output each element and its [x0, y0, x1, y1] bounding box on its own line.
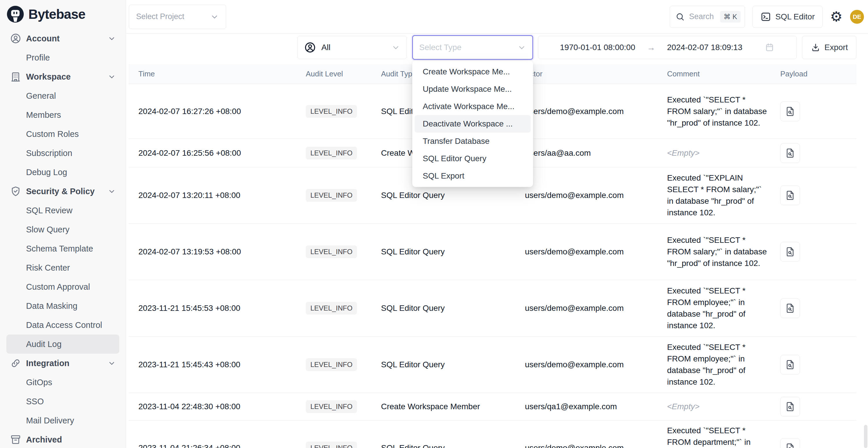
sidebar-item-integration[interactable]: Integration — [0, 354, 126, 373]
cell-comment: Executed `"SELECT * FROM salary;"` in da… — [657, 234, 769, 269]
actor-filter-value: All — [321, 43, 386, 52]
cell-level: LEVEL_INFO — [296, 358, 371, 371]
table-row: 2023-11-04 21:26:34 +08:00 LEVEL_INFO SQ… — [129, 420, 857, 448]
view-payload-button[interactable] — [780, 355, 800, 375]
search-icon — [675, 12, 685, 22]
file-search-icon — [785, 359, 796, 370]
bytebase-logo-icon — [6, 5, 24, 23]
gear-icon[interactable]: ⚙ — [830, 10, 842, 24]
cell-time: 2023-11-21 15:45:43 +08:00 — [129, 360, 296, 369]
scrollbar-thumb[interactable] — [864, 425, 867, 448]
menu-item-label: SQL Export — [423, 171, 464, 181]
cell-time: 2024-02-07 13:19:53 +08:00 — [129, 247, 296, 256]
view-payload-button[interactable] — [780, 242, 800, 262]
file-search-icon — [785, 303, 796, 314]
chevron-down-icon — [210, 12, 219, 21]
view-payload-button[interactable] — [780, 102, 800, 121]
cell-payload — [770, 397, 857, 416]
chevron-down-icon — [392, 43, 400, 52]
avatar[interactable]: DE — [850, 10, 864, 24]
actor-filter-select[interactable]: All — [297, 36, 407, 59]
level-badge: LEVEL_INFO — [306, 189, 357, 202]
menu-item-activate-workspace-member[interactable]: Activate Workspace Me... — [414, 98, 531, 115]
sidebar-item-general[interactable]: General — [0, 86, 126, 105]
sidebar-item-data-access-control[interactable]: Data Access Control — [0, 315, 126, 334]
bytebase-logo[interactable]: Bytebase — [0, 0, 126, 27]
sidebar-item-account[interactable]: Account — [0, 29, 126, 48]
cell-type: SQL Editor Query — [371, 247, 515, 256]
type-filter-select[interactable]: Select Type — [412, 35, 533, 60]
sidebar-item-slow-query[interactable]: Slow Query — [0, 220, 126, 239]
cell-payload — [770, 438, 857, 448]
search-input[interactable]: Search ⌘ K — [670, 6, 745, 28]
chevron-down-icon — [517, 43, 526, 52]
sidebar-item-security-policy[interactable]: Security & Policy — [0, 182, 126, 201]
cell-time: 2024-02-07 16:25:56 +08:00 — [129, 149, 296, 158]
sidebar-item-subscription[interactable]: Subscription — [0, 143, 126, 163]
view-payload-button[interactable] — [780, 298, 800, 318]
cell-level: LEVEL_INFO — [296, 147, 371, 159]
download-icon — [811, 42, 820, 53]
menu-item-sql-editor-query[interactable]: SQL Editor Query — [414, 150, 531, 167]
sidebar-item-label: Workspace — [26, 72, 71, 82]
chevron-down-icon — [108, 359, 116, 367]
file-search-icon — [785, 106, 796, 117]
cell-level: LEVEL_INFO — [296, 302, 371, 315]
sidebar-item-sql-review[interactable]: SQL Review — [0, 201, 126, 220]
sidebar-item-label: Members — [26, 110, 61, 120]
menu-item-deactivate-workspace-member[interactable]: Deactivate Workspace ... — [414, 115, 531, 133]
cell-comment: Executed `"SELECT * FROM salary;"` in da… — [657, 94, 769, 129]
view-payload-button[interactable] — [780, 397, 800, 416]
view-payload-button[interactable] — [780, 438, 800, 448]
level-badge: LEVEL_INFO — [306, 358, 357, 371]
sidebar-item-profile[interactable]: Profile — [0, 48, 126, 67]
col-header-level: Audit Level — [296, 69, 371, 78]
sidebar-item-sso[interactable]: SSO — [0, 392, 126, 411]
cell-payload — [770, 242, 857, 262]
project-select-placeholder: Select Project — [136, 12, 184, 21]
date-range-picker[interactable]: 1970-01-01 08:00:00 → 2024-02-07 18:09:1… — [538, 36, 797, 59]
sidebar-item-archived[interactable]: Archived — [0, 430, 126, 448]
sidebar-item-mail-delivery[interactable]: Mail Delivery — [0, 411, 126, 430]
sidebar-item-audit-log[interactable]: Audit Log — [6, 334, 119, 354]
type-filter-dropdown: Create Workspace Me... Update Workspace … — [412, 61, 533, 187]
sql-editor-button[interactable]: SQL Editor — [752, 6, 823, 28]
file-search-icon — [785, 443, 796, 448]
archive-icon — [10, 434, 22, 445]
view-payload-button[interactable] — [780, 186, 800, 205]
menu-item-transfer-database[interactable]: Transfer Database — [414, 133, 531, 150]
sidebar-item-data-masking[interactable]: Data Masking — [0, 296, 126, 315]
cell-time: 2023-11-21 15:45:53 +08:00 — [129, 303, 296, 313]
arrow-right-icon: → — [647, 42, 655, 53]
sidebar-item-members[interactable]: Members — [0, 105, 126, 124]
menu-item-create-workspace-member[interactable]: Create Workspace Me... — [414, 63, 531, 81]
sidebar-item-workspace[interactable]: Workspace — [0, 67, 126, 86]
date-start-value[interactable]: 1970-01-01 08:00:00 — [560, 43, 635, 52]
project-select[interactable]: Select Project — [129, 5, 226, 29]
col-header-comment: Comment — [657, 69, 770, 78]
cell-time: 2023-11-04 21:26:34 +08:00 — [129, 443, 296, 448]
menu-item-sql-export[interactable]: SQL Export — [414, 167, 531, 185]
sidebar-item-debug-log[interactable]: Debug Log — [0, 163, 126, 182]
sidebar-item-schema-template[interactable]: Schema Template — [0, 239, 126, 258]
export-button[interactable]: Export — [802, 36, 857, 59]
menu-item-update-workspace-member[interactable]: Update Workspace Me... — [414, 81, 531, 98]
cell-actor: users/demo@example.com — [515, 360, 657, 369]
sidebar-item-risk-center[interactable]: Risk Center — [0, 258, 126, 277]
table-row: 2024-02-07 13:19:53 +08:00 LEVEL_INFO SQ… — [129, 224, 857, 280]
cell-payload — [770, 143, 857, 163]
file-search-icon — [785, 148, 796, 159]
sidebar-item-gitops[interactable]: GitOps — [0, 373, 126, 392]
view-payload-button[interactable] — [780, 143, 800, 163]
chevron-down-icon — [108, 73, 116, 81]
date-end-value[interactable]: 2024-02-07 18:09:13 — [667, 43, 742, 52]
level-badge: LEVEL_INFO — [306, 302, 357, 315]
sidebar-item-custom-approval[interactable]: Custom Approval — [0, 277, 126, 296]
search-shortcut-badge: ⌘ K — [720, 11, 741, 23]
chevron-down-icon — [108, 34, 116, 42]
sidebar-item-label: Integration — [26, 359, 69, 368]
cell-level: LEVEL_INFO — [296, 442, 371, 448]
sidebar-item-custom-roles[interactable]: Custom Roles — [0, 124, 126, 143]
cell-comment: Executed `"EXPLAIN SELECT * FROM salary;… — [657, 172, 769, 219]
sql-editor-label: SQL Editor — [775, 12, 815, 22]
